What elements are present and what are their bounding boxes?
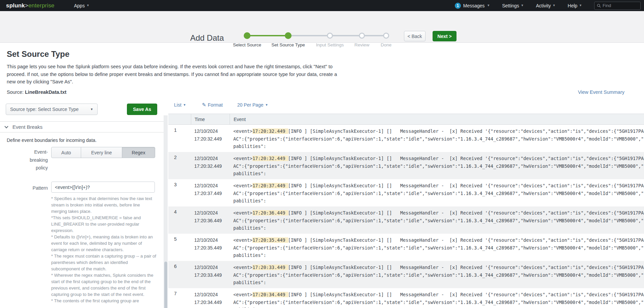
search-icon (597, 4, 601, 8)
event-breaks-section-header[interactable]: Event Breaks (0, 121, 165, 132)
table-row[interactable]: 2 12/10/2024 17:20:32.449 <event>17:20:3… (168, 152, 644, 179)
event-row-number: 4 (168, 209, 191, 234)
event-line-3: pabilities": (233, 279, 644, 286)
page-title: Set Source Type (7, 49, 69, 59)
event-text-cell: <event>17:20:32.449 [INFO ] [SimpleAsync… (230, 127, 644, 152)
per-page-dropdown[interactable]: 20 Per Page ▼ (237, 102, 268, 108)
chevron-down-icon (4, 124, 8, 128)
step-connector (288, 35, 330, 36)
step-circle-set-source-type (285, 32, 292, 39)
back-button[interactable]: < Back (404, 31, 426, 41)
help-line: * Specifies a regex that determines how … (51, 195, 157, 215)
define-boundaries-text: Define event boundaries for incoming dat… (7, 138, 97, 143)
step-connector (330, 35, 362, 36)
help-line: * The contents of the first capturing gr… (51, 298, 157, 304)
event-line-3: pabilities": (233, 197, 644, 205)
event-line-3: pabilities": (233, 224, 644, 232)
nav-settings-menu[interactable]: Settings ▼ (502, 3, 524, 8)
event-line-3: pabilities": (233, 306, 644, 308)
chevron-down-icon: ▼ (579, 4, 582, 7)
event-time: 17:20:35.449 (194, 244, 230, 252)
event-breaks-title: Event Breaks (12, 124, 42, 130)
event-text-cell: <event>17:20:33.449 [INFO ] [SimpleAsync… (230, 264, 644, 288)
logo-splunk-text: splunk (6, 2, 25, 9)
event-row-number: 2 (168, 155, 191, 179)
format-button[interactable]: ✎ Format (202, 102, 223, 108)
policy-option-regex[interactable]: Regex (122, 147, 155, 158)
event-line-1: <event>17:20:35.449 [INFO ] [SimpleAsync… (233, 236, 644, 244)
table-row[interactable]: 1 12/10/2024 17:20:32.449 <event>17:20:3… (168, 125, 644, 152)
left-panel-scrollbar-thumb[interactable] (164, 262, 167, 308)
event-row-number: 6 (168, 264, 191, 288)
event-line-2: AC":{"properties":{"interfaceVersion":6,… (233, 299, 644, 306)
event-time-cell: 12/10/2024 17:20:33.449 (191, 264, 230, 288)
event-line-1: <event>17:20:33.449 [INFO ] [SimpleAsync… (233, 264, 644, 271)
nav-settings-label: Settings (502, 3, 519, 8)
step-label-select-source: Select Source (233, 42, 261, 47)
event-breaking-policy-label: Event-breaking policy (18, 148, 48, 172)
table-row[interactable]: 4 12/10/2024 17:20:36.449 <event>17:20:3… (168, 206, 644, 234)
next-button[interactable]: Next > (433, 31, 456, 41)
step-circle-input-settings (327, 33, 333, 39)
nav-help-menu[interactable]: Help ▼ (568, 3, 582, 8)
find-search-input[interactable] (603, 3, 636, 8)
event-row-number: 1 (168, 127, 191, 152)
event-line-1: <event>17:20:32.449 [INFO ] [SimpleAsync… (233, 155, 644, 162)
event-line-2: AC":{"properties":{"interfaceVersion":6,… (233, 244, 644, 252)
step-connector-done (247, 35, 288, 36)
chevron-down-icon: ▼ (521, 4, 524, 7)
list-view-label: List (174, 102, 181, 108)
nav-messages-label: Messages (463, 3, 485, 8)
table-row[interactable]: 7 12/10/2024 17:20:34.449 <event>17:20:3… (168, 288, 644, 308)
pattern-input[interactable] (51, 182, 155, 193)
event-text-cell: <event>17:20:35.449 [INFO ] [SimpleAsync… (230, 236, 644, 261)
nav-messages-menu[interactable]: 1 Messages ▼ (455, 3, 490, 9)
event-date: 12/10/2024 (194, 209, 230, 217)
table-row[interactable]: 6 12/10/2024 17:20:33.449 <event>17:20:3… (168, 261, 644, 288)
event-line-2: AC":{"properties":{"interfaceVersion":6,… (233, 271, 644, 279)
event-row-number: 5 (168, 236, 191, 261)
event-time: 17:20:33.449 (194, 271, 230, 279)
step-label-done: Done (381, 42, 392, 47)
chevron-down-icon: ▼ (487, 4, 490, 7)
event-time: 17:20:36.449 (194, 217, 230, 225)
help-line: * The regex must contain a capturing gro… (51, 253, 157, 272)
source-label: Source: (7, 89, 24, 95)
nav-help-label: Help (568, 3, 577, 8)
step-circle-review (359, 33, 365, 39)
table-row[interactable]: 5 12/10/2024 17:20:35.449 <event>17:20:3… (168, 234, 644, 261)
nav-activity-menu[interactable]: Activity ▼ (536, 3, 555, 8)
policy-option-every-line[interactable]: Every line (81, 147, 122, 158)
event-line-3: pabilities": (233, 170, 644, 178)
messages-count-badge: 1 (455, 3, 461, 9)
time-column-header: Time (191, 114, 230, 124)
event-line-2: AC":{"properties":{"interfaceVersion":6,… (233, 217, 644, 225)
step-connector (362, 35, 386, 36)
event-time-cell: 12/10/2024 17:20:37.449 (191, 182, 230, 206)
chevron-down-icon: ▼ (552, 4, 555, 7)
timestamp-highlight: 17:20:33.449 (252, 265, 288, 270)
policy-option-auto[interactable]: Auto (51, 147, 81, 158)
logo-gt-text: > (25, 2, 28, 9)
find-search-box[interactable] (594, 2, 641, 10)
event-date: 12/10/2024 (194, 291, 230, 299)
event-time-cell: 12/10/2024 17:20:34.449 (191, 291, 230, 308)
save-as-button[interactable]: Save As (127, 104, 157, 115)
format-label: Format (208, 102, 223, 108)
list-view-dropdown[interactable]: List ▼ (174, 102, 186, 108)
event-line-1: <event>17:20:32.449 [INFO ] [SimpleAsync… (233, 127, 644, 135)
events-toolbar: List ▼ ✎ Format 20 Per Page ▼ (168, 102, 268, 108)
pattern-label: Pattern (18, 184, 48, 192)
timestamp-highlight: 17:20:36.449 (252, 210, 288, 216)
source-line: Source: LineBreakData.txt (7, 89, 66, 95)
event-line-3: pabilities": (233, 252, 644, 259)
source-type-dropdown[interactable]: Source type: Select Source Type ▼ (6, 104, 98, 115)
event-line-1: <event>17:20:34.449 [INFO ] [SimpleAsync… (233, 291, 644, 299)
event-row-number: 3 (168, 182, 191, 206)
view-event-summary-link[interactable]: View Event Summary (578, 89, 624, 95)
nav-apps-menu[interactable]: Apps ▼ (74, 3, 90, 8)
splunk-logo[interactable]: splunk>enterprise (6, 2, 55, 9)
event-text-cell: <event>17:20:34.449 [INFO ] [SimpleAsync… (230, 291, 644, 308)
events-table-header: Time Event (168, 114, 644, 125)
table-row[interactable]: 3 12/10/2024 17:20:37.449 <event>17:20:3… (168, 179, 644, 206)
